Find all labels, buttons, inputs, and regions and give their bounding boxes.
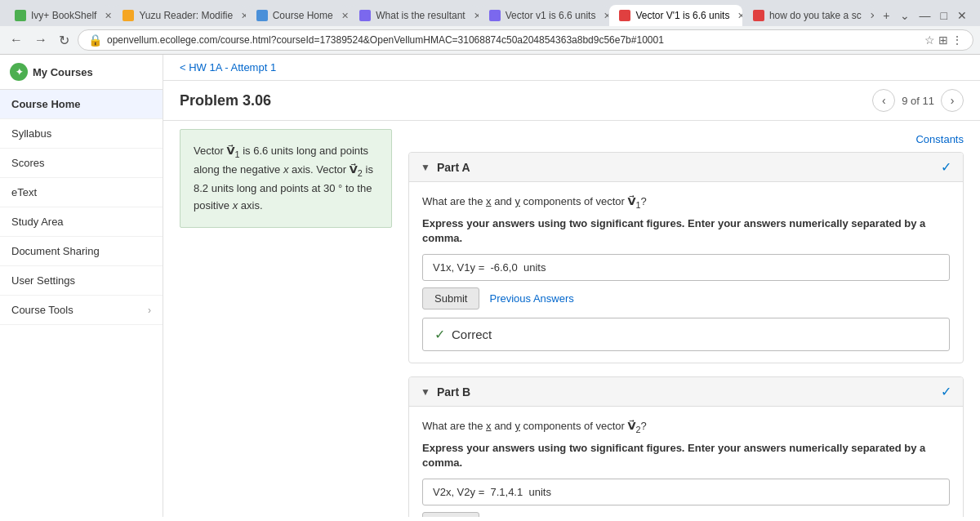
part-a-correct-box: ✓ Correct: [422, 318, 950, 351]
tab-course-home[interactable]: Course Home ✕: [247, 5, 350, 26]
forward-button[interactable]: →: [31, 31, 51, 49]
bookmark-icon[interactable]: ☆: [924, 33, 935, 47]
tab-close-icon[interactable]: ✕: [341, 11, 349, 21]
address-icons: ☆ ⊞ ⋮: [924, 33, 963, 47]
tab-favicon: [753, 10, 764, 21]
correct-check-icon: ✓: [434, 327, 445, 342]
problem-header: Problem 3.06 ‹ 9 of 11 ›: [163, 81, 980, 121]
tab-favicon: [15, 10, 26, 21]
breadcrumb[interactable]: < HW 1A - Attempt 1: [163, 55, 980, 81]
part-b-answer-input[interactable]: [422, 479, 950, 505]
collapse-icon: ▼: [421, 162, 430, 173]
prev-problem-button[interactable]: ‹: [872, 89, 895, 112]
parts-column: Constants ▼ Part A ✓ What are the x and …: [408, 129, 964, 517]
reload-button[interactable]: ↻: [56, 31, 73, 50]
address-bar-row: ← → ↻ 🔒 openvellum.ecollege.com/course.h…: [0, 26, 980, 54]
part-a-header[interactable]: ▼ Part A ✓: [409, 153, 963, 182]
constants-link-container: Constants: [408, 129, 964, 152]
tab-label: Course Home: [273, 10, 333, 21]
part-a-prev-answers-link[interactable]: Previous Answers: [489, 292, 573, 305]
address-box[interactable]: 🔒 openvellum.ecollege.com/course.html?co…: [78, 29, 973, 51]
figure-text: Vector V⃗1 is 6.6 units long and points …: [194, 143, 378, 214]
collapse-icon: ▼: [421, 386, 430, 398]
next-problem-button[interactable]: ›: [941, 89, 964, 112]
part-a-submit-button[interactable]: Submit: [422, 287, 479, 309]
part-a-title: Part A: [437, 161, 470, 174]
tab-close-icon[interactable]: ✕: [870, 11, 875, 21]
tab-screenshot[interactable]: how do you take a sc ✕: [743, 5, 874, 26]
chevron-right-icon: ›: [148, 305, 151, 316]
part-b-instruction: Express your answers using two significa…: [422, 441, 950, 470]
tab-what-resultant[interactable]: What is the resultant ✕: [350, 5, 478, 26]
tab-ivy-bookshelf[interactable]: Ivy+ BookShelf ✕: [5, 5, 112, 26]
part-b-body: What are the x and y components of vecto…: [409, 407, 963, 517]
part-a-submit-row: Submit Previous Answers: [422, 287, 950, 309]
close-window-button[interactable]: ✕: [954, 7, 970, 24]
sidebar-item-scores[interactable]: Scores: [0, 149, 163, 178]
tab-bar: Ivy+ BookShelf ✕ Yuzu Reader: Modifie ✕ …: [0, 0, 980, 26]
tab-label: Ivy+ BookShelf: [31, 10, 96, 21]
content-area: < HW 1A - Attempt 1 Problem 3.06 ‹ 9 of …: [163, 55, 980, 517]
back-button[interactable]: ←: [7, 31, 26, 49]
tab-vector-v1[interactable]: Vector v1 is 6.6 units ✕: [479, 5, 609, 26]
part-b-submit-row: Submit Previous Answers: [422, 512, 950, 517]
tab-label: What is the resultant: [376, 10, 465, 21]
problem-figure: Vector V⃗1 is 6.6 units long and points …: [180, 129, 392, 517]
sidebar-item-user-settings[interactable]: User Settings: [0, 266, 163, 296]
minimize-button[interactable]: —: [916, 7, 934, 24]
sidebar-item-label: Syllabus: [11, 127, 51, 140]
url-text: openvellum.ecollege.com/course.html?cour…: [107, 34, 920, 46]
tab-close-icon[interactable]: ✕: [737, 11, 742, 21]
constants-link[interactable]: Constants: [915, 133, 964, 145]
part-a-answer-input[interactable]: [422, 254, 950, 281]
part-a-correct-label: Correct: [452, 327, 492, 341]
sidebar-item-document-sharing[interactable]: Document Sharing: [0, 237, 163, 266]
part-a-section: ▼ Part A ✓ What are the x and y componen…: [408, 152, 964, 363]
part-b-header[interactable]: ▼ Part B ✓: [409, 377, 963, 407]
tab-yuzu[interactable]: Yuzu Reader: Modifie ✕: [113, 5, 245, 26]
part-b-section: ▼ Part B ✓ What are the x and y componen…: [408, 376, 964, 517]
maximize-button[interactable]: □: [938, 7, 951, 24]
tab-close-icon[interactable]: ✕: [105, 11, 112, 21]
sidebar-item-label: Document Sharing: [11, 245, 100, 257]
menu-icon[interactable]: ⋮: [951, 33, 963, 47]
browser-chrome: Ivy+ BookShelf ✕ Yuzu Reader: Modifie ✕ …: [0, 0, 980, 55]
tab-close-icon[interactable]: ✕: [604, 11, 608, 21]
tab-favicon: [489, 10, 501, 21]
problem-content: Vector V⃗1 is 6.6 units long and points …: [163, 121, 980, 517]
sidebar-item-syllabus[interactable]: Syllabus: [0, 119, 163, 149]
tab-close-icon[interactable]: ✕: [474, 11, 479, 21]
sidebar-item-study-area[interactable]: Study Area: [0, 207, 163, 237]
tab-vector-v1-active[interactable]: Vector V'1 is 6.6 units ✕: [609, 5, 742, 26]
part-b-question: What are the x and y components of vecto…: [422, 418, 950, 436]
sidebar-logo-text: My Courses: [33, 66, 93, 78]
sidebar-item-label: Study Area: [11, 216, 64, 228]
tab-label: how do you take a sc: [769, 10, 862, 21]
sidebar-item-course-tools[interactable]: Course Tools ›: [0, 296, 163, 325]
tab-actions: + ⌄ — □ ✕: [875, 7, 975, 24]
secure-icon: 🔒: [88, 33, 102, 47]
new-tab-button[interactable]: +: [880, 7, 893, 24]
tab-favicon: [256, 10, 268, 21]
main-layout: ✦ My Courses Course Home Syllabus Scores…: [0, 55, 980, 517]
sidebar-item-label: Scores: [11, 157, 44, 169]
sidebar-item-label: eText: [11, 186, 37, 198]
figure-box: Vector V⃗1 is 6.6 units long and points …: [180, 129, 392, 228]
sidebar-item-etext[interactable]: eText: [0, 178, 163, 207]
sidebar-item-label: Course Tools: [11, 304, 74, 316]
problem-count: 9 of 11: [902, 95, 934, 107]
extensions-icon[interactable]: ⊞: [938, 33, 948, 47]
tab-label: Yuzu Reader: Modifie: [139, 10, 233, 21]
sidebar: ✦ My Courses Course Home Syllabus Scores…: [0, 55, 163, 517]
tab-close-icon[interactable]: ✕: [241, 11, 246, 21]
sidebar-item-course-home[interactable]: Course Home: [0, 90, 163, 119]
part-b-submit-button[interactable]: Submit: [422, 512, 479, 517]
tab-list-button[interactable]: ⌄: [897, 7, 913, 24]
tab-favicon: [619, 10, 630, 21]
logo-icon: ✦: [10, 63, 28, 81]
part-a-check-icon: ✓: [941, 159, 951, 175]
tab-label: Vector V'1 is 6.6 units: [635, 10, 729, 21]
part-a-body: What are the x and y components of vecto…: [409, 182, 963, 363]
sidebar-item-label: Course Home: [11, 98, 81, 110]
part-a-instruction: Express your answers using two significa…: [422, 216, 950, 246]
